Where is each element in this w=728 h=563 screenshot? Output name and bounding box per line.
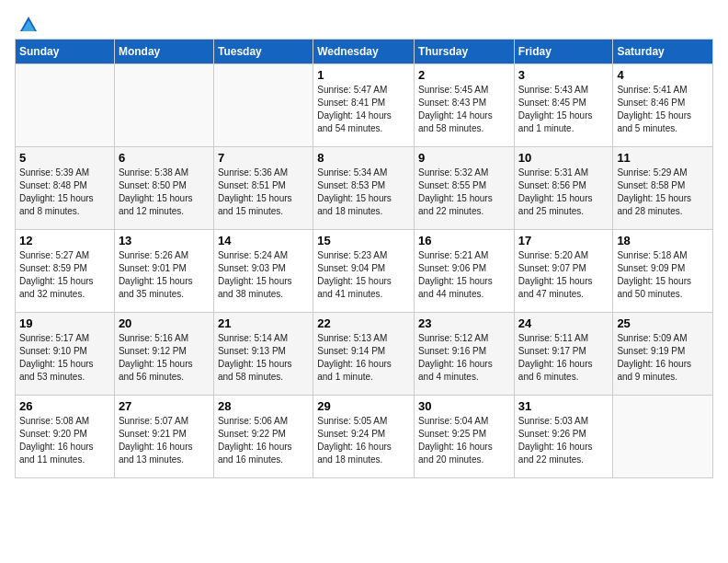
day-cell: 15Sunrise: 5:23 AM Sunset: 9:04 PM Dayli… [313, 230, 415, 313]
day-info: Sunrise: 5:36 AM Sunset: 8:51 PM Dayligh… [218, 167, 309, 218]
day-info: Sunrise: 5:45 AM Sunset: 8:43 PM Dayligh… [418, 84, 510, 135]
day-cell: 14Sunrise: 5:24 AM Sunset: 9:03 PM Dayli… [213, 230, 313, 313]
day-number: 27 [119, 399, 210, 413]
day-number: 2 [418, 68, 510, 82]
day-info: Sunrise: 5:41 AM Sunset: 8:46 PM Dayligh… [617, 84, 709, 135]
page-header [15, 15, 713, 31]
day-cell: 9Sunrise: 5:32 AM Sunset: 8:55 PM Daylig… [415, 147, 515, 230]
day-number: 7 [218, 151, 309, 165]
day-number: 13 [119, 234, 210, 247]
header-tuesday: Tuesday [213, 40, 313, 64]
day-info: Sunrise: 5:29 AM Sunset: 8:58 PM Dayligh… [617, 167, 709, 218]
day-cell [613, 396, 713, 478]
day-cell: 10Sunrise: 5:31 AM Sunset: 8:56 PM Dayli… [514, 147, 613, 230]
day-number: 18 [617, 234, 709, 247]
day-info: Sunrise: 5:23 AM Sunset: 9:04 PM Dayligh… [317, 249, 410, 301]
day-info: Sunrise: 5:39 AM Sunset: 8:48 PM Dayligh… [19, 167, 110, 218]
day-cell: 22Sunrise: 5:13 AM Sunset: 9:14 PM Dayli… [313, 313, 415, 396]
week-row-3: 12Sunrise: 5:27 AM Sunset: 8:59 PM Dayli… [16, 230, 713, 313]
day-cell: 7Sunrise: 5:36 AM Sunset: 8:51 PM Daylig… [213, 147, 313, 230]
day-info: Sunrise: 5:12 AM Sunset: 9:16 PM Dayligh… [418, 332, 510, 384]
week-row-1: 1Sunrise: 5:47 AM Sunset: 8:41 PM Daylig… [16, 64, 713, 147]
logo [15, 15, 40, 31]
day-info: Sunrise: 5:13 AM Sunset: 9:14 PM Dayligh… [317, 332, 410, 384]
day-info: Sunrise: 5:31 AM Sunset: 8:56 PM Dayligh… [518, 167, 609, 218]
day-info: Sunrise: 5:14 AM Sunset: 9:13 PM Dayligh… [218, 332, 309, 384]
day-cell: 23Sunrise: 5:12 AM Sunset: 9:16 PM Dayli… [415, 313, 515, 396]
day-cell: 19Sunrise: 5:17 AM Sunset: 9:10 PM Dayli… [16, 313, 115, 396]
week-row-2: 5Sunrise: 5:39 AM Sunset: 8:48 PM Daylig… [16, 147, 713, 230]
day-cell: 11Sunrise: 5:29 AM Sunset: 8:58 PM Dayli… [613, 147, 713, 230]
day-cell: 5Sunrise: 5:39 AM Sunset: 8:48 PM Daylig… [16, 147, 115, 230]
day-cell: 27Sunrise: 5:07 AM Sunset: 9:21 PM Dayli… [114, 396, 213, 478]
day-number: 3 [518, 68, 609, 82]
calendar-header-row: SundayMondayTuesdayWednesdayThursdayFrid… [16, 40, 713, 64]
day-cell: 1Sunrise: 5:47 AM Sunset: 8:41 PM Daylig… [313, 64, 415, 147]
day-info: Sunrise: 5:38 AM Sunset: 8:50 PM Dayligh… [119, 167, 210, 218]
day-info: Sunrise: 5:08 AM Sunset: 9:20 PM Dayligh… [19, 415, 110, 466]
day-cell: 17Sunrise: 5:20 AM Sunset: 9:07 PM Dayli… [514, 230, 613, 313]
calendar-table: SundayMondayTuesdayWednesdayThursdayFrid… [15, 39, 713, 478]
day-info: Sunrise: 5:27 AM Sunset: 8:59 PM Dayligh… [19, 249, 110, 301]
day-number: 19 [19, 316, 110, 330]
day-cell [213, 64, 313, 147]
day-cell: 28Sunrise: 5:06 AM Sunset: 9:22 PM Dayli… [213, 396, 313, 478]
day-info: Sunrise: 5:03 AM Sunset: 9:26 PM Dayligh… [518, 415, 609, 466]
day-cell: 26Sunrise: 5:08 AM Sunset: 9:20 PM Dayli… [16, 396, 115, 478]
day-number: 26 [19, 399, 110, 413]
day-cell: 4Sunrise: 5:41 AM Sunset: 8:46 PM Daylig… [613, 64, 713, 147]
day-number: 31 [518, 399, 609, 413]
day-number: 5 [19, 151, 110, 165]
day-number: 10 [518, 151, 609, 165]
day-cell: 18Sunrise: 5:18 AM Sunset: 9:09 PM Dayli… [613, 230, 713, 313]
day-cell: 20Sunrise: 5:16 AM Sunset: 9:12 PM Dayli… [114, 313, 213, 396]
day-cell: 24Sunrise: 5:11 AM Sunset: 9:17 PM Dayli… [514, 313, 613, 396]
calendar-body: 1Sunrise: 5:47 AM Sunset: 8:41 PM Daylig… [16, 64, 713, 478]
day-number: 22 [317, 316, 410, 330]
day-number: 6 [119, 151, 210, 165]
day-number: 30 [418, 399, 510, 413]
day-cell: 12Sunrise: 5:27 AM Sunset: 8:59 PM Dayli… [16, 230, 115, 313]
day-number: 17 [518, 234, 609, 247]
header-sunday: Sunday [16, 40, 115, 64]
day-number: 24 [518, 316, 609, 330]
day-info: Sunrise: 5:20 AM Sunset: 9:07 PM Dayligh… [518, 249, 609, 301]
day-cell [16, 64, 115, 147]
day-cell: 29Sunrise: 5:05 AM Sunset: 9:24 PM Dayli… [313, 396, 415, 478]
day-info: Sunrise: 5:24 AM Sunset: 9:03 PM Dayligh… [218, 249, 309, 301]
day-number: 28 [218, 399, 309, 413]
day-cell: 31Sunrise: 5:03 AM Sunset: 9:26 PM Dayli… [514, 396, 613, 478]
day-info: Sunrise: 5:04 AM Sunset: 9:25 PM Dayligh… [418, 415, 510, 466]
day-cell: 3Sunrise: 5:43 AM Sunset: 8:45 PM Daylig… [514, 64, 613, 147]
day-info: Sunrise: 5:06 AM Sunset: 9:22 PM Dayligh… [218, 415, 309, 466]
day-cell [114, 64, 213, 147]
day-info: Sunrise: 5:07 AM Sunset: 9:21 PM Dayligh… [119, 415, 210, 466]
logo-icon [18, 15, 39, 35]
day-cell: 16Sunrise: 5:21 AM Sunset: 9:06 PM Dayli… [415, 230, 515, 313]
header-saturday: Saturday [613, 40, 713, 64]
day-number: 9 [418, 151, 510, 165]
day-number: 25 [617, 316, 709, 330]
day-cell: 25Sunrise: 5:09 AM Sunset: 9:19 PM Dayli… [613, 313, 713, 396]
day-cell: 13Sunrise: 5:26 AM Sunset: 9:01 PM Dayli… [114, 230, 213, 313]
day-number: 1 [317, 68, 410, 82]
day-number: 29 [317, 399, 410, 413]
day-number: 20 [119, 316, 210, 330]
day-info: Sunrise: 5:32 AM Sunset: 8:55 PM Dayligh… [418, 167, 510, 218]
day-info: Sunrise: 5:16 AM Sunset: 9:12 PM Dayligh… [119, 332, 210, 384]
day-cell: 21Sunrise: 5:14 AM Sunset: 9:13 PM Dayli… [213, 313, 313, 396]
day-info: Sunrise: 5:34 AM Sunset: 8:53 PM Dayligh… [317, 167, 410, 218]
day-info: Sunrise: 5:09 AM Sunset: 9:19 PM Dayligh… [617, 332, 709, 384]
day-number: 23 [418, 316, 510, 330]
header-wednesday: Wednesday [313, 40, 415, 64]
day-info: Sunrise: 5:21 AM Sunset: 9:06 PM Dayligh… [418, 249, 510, 301]
day-number: 16 [418, 234, 510, 247]
day-info: Sunrise: 5:18 AM Sunset: 9:09 PM Dayligh… [617, 249, 709, 301]
header-friday: Friday [514, 40, 613, 64]
day-number: 11 [617, 151, 709, 165]
day-cell: 2Sunrise: 5:45 AM Sunset: 8:43 PM Daylig… [415, 64, 515, 147]
day-info: Sunrise: 5:11 AM Sunset: 9:17 PM Dayligh… [518, 332, 609, 384]
day-info: Sunrise: 5:26 AM Sunset: 9:01 PM Dayligh… [119, 249, 210, 301]
day-number: 12 [19, 234, 110, 247]
day-number: 8 [317, 151, 410, 165]
